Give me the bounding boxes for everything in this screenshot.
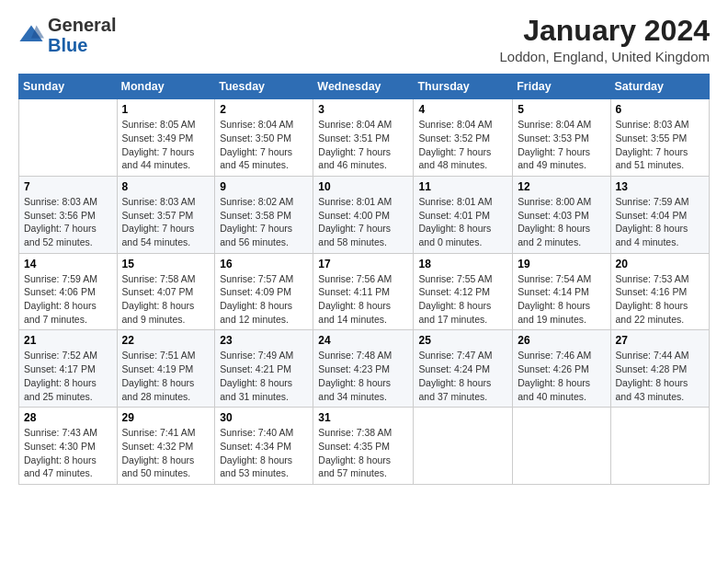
table-row: 16 Sunrise: 7:57 AMSunset: 4:09 PMDaylig… xyxy=(215,253,313,330)
day-number: 17 xyxy=(318,258,408,270)
day-number: 29 xyxy=(122,411,210,424)
day-number: 4 xyxy=(418,103,507,116)
day-info: Sunrise: 8:04 AMSunset: 3:53 PMDaylight:… xyxy=(518,118,605,172)
day-number: 9 xyxy=(220,180,308,193)
day-info: Sunrise: 8:03 AMSunset: 3:56 PMDaylight:… xyxy=(24,195,112,249)
table-row: 24 Sunrise: 7:48 AMSunset: 4:23 PMDaylig… xyxy=(313,330,414,408)
day-info: Sunrise: 7:44 AMSunset: 4:28 PMDaylight:… xyxy=(616,349,705,403)
day-number: 16 xyxy=(220,258,308,270)
subtitle: Loddon, England, United Kingdom xyxy=(499,49,710,64)
logo-icon xyxy=(18,22,44,48)
day-info: Sunrise: 7:46 AMSunset: 4:26 PMDaylight:… xyxy=(518,349,605,403)
table-row: 3 Sunrise: 8:04 AMSunset: 3:51 PMDayligh… xyxy=(313,99,414,177)
day-info: Sunrise: 8:04 AMSunset: 3:50 PMDaylight:… xyxy=(220,118,308,172)
day-info: Sunrise: 7:47 AMSunset: 4:24 PMDaylight:… xyxy=(418,349,507,403)
main-title: January 2024 xyxy=(499,15,710,47)
table-row: 18 Sunrise: 7:55 AMSunset: 4:12 PMDaylig… xyxy=(414,253,513,330)
day-number: 11 xyxy=(418,180,507,193)
day-info: Sunrise: 7:48 AMSunset: 4:23 PMDaylight:… xyxy=(318,349,408,403)
day-number: 10 xyxy=(318,180,408,193)
table-row: 6 Sunrise: 8:03 AMSunset: 3:55 PMDayligh… xyxy=(610,99,710,177)
day-number: 22 xyxy=(122,334,210,347)
day-number: 5 xyxy=(518,103,605,116)
logo-text: General Blue xyxy=(48,15,116,55)
table-row: 11 Sunrise: 8:01 AMSunset: 4:01 PMDaylig… xyxy=(414,176,513,253)
table-row: 25 Sunrise: 7:47 AMSunset: 4:24 PMDaylig… xyxy=(414,330,513,408)
day-number: 6 xyxy=(616,103,705,116)
logo: General Blue xyxy=(18,15,116,55)
table-row xyxy=(513,408,610,485)
day-info: Sunrise: 7:52 AMSunset: 4:17 PMDaylight:… xyxy=(24,349,112,403)
logo-blue-text: Blue xyxy=(48,35,87,55)
day-info: Sunrise: 7:59 AMSunset: 4:04 PMDaylight:… xyxy=(616,195,705,249)
day-number: 23 xyxy=(220,334,308,347)
table-row: 7 Sunrise: 8:03 AMSunset: 3:56 PMDayligh… xyxy=(19,176,118,253)
title-block: January 2024 Loddon, England, United Kin… xyxy=(499,15,710,64)
table-row: 13 Sunrise: 7:59 AMSunset: 4:04 PMDaylig… xyxy=(610,176,710,253)
table-row: 17 Sunrise: 7:56 AMSunset: 4:11 PMDaylig… xyxy=(313,253,414,330)
table-row: 22 Sunrise: 7:51 AMSunset: 4:19 PMDaylig… xyxy=(117,330,215,408)
table-row: 30 Sunrise: 7:40 AMSunset: 4:34 PMDaylig… xyxy=(215,408,313,485)
day-info: Sunrise: 7:58 AMSunset: 4:07 PMDaylight:… xyxy=(122,272,210,327)
calendar-week-row: 14 Sunrise: 7:59 AMSunset: 4:06 PMDaylig… xyxy=(19,253,710,330)
table-row: 26 Sunrise: 7:46 AMSunset: 4:26 PMDaylig… xyxy=(513,330,610,408)
table-row: 1 Sunrise: 8:05 AMSunset: 3:49 PMDayligh… xyxy=(117,99,215,177)
day-number: 25 xyxy=(418,334,507,347)
table-row xyxy=(19,99,118,177)
table-row: 2 Sunrise: 8:04 AMSunset: 3:50 PMDayligh… xyxy=(215,99,313,177)
day-number: 13 xyxy=(616,180,705,193)
day-info: Sunrise: 7:55 AMSunset: 4:12 PMDaylight:… xyxy=(418,272,507,327)
day-info: Sunrise: 7:41 AMSunset: 4:32 PMDaylight:… xyxy=(122,426,210,480)
table-row: 4 Sunrise: 8:04 AMSunset: 3:52 PMDayligh… xyxy=(414,99,513,177)
calendar-week-row: 7 Sunrise: 8:03 AMSunset: 3:56 PMDayligh… xyxy=(19,176,710,253)
table-row: 29 Sunrise: 7:41 AMSunset: 4:32 PMDaylig… xyxy=(117,408,215,485)
col-sunday: Sunday xyxy=(19,75,118,99)
day-info: Sunrise: 7:59 AMSunset: 4:06 PMDaylight:… xyxy=(24,272,112,327)
calendar-week-row: 21 Sunrise: 7:52 AMSunset: 4:17 PMDaylig… xyxy=(19,330,710,408)
day-info: Sunrise: 7:43 AMSunset: 4:30 PMDaylight:… xyxy=(24,426,112,480)
day-info: Sunrise: 7:53 AMSunset: 4:16 PMDaylight:… xyxy=(616,272,705,327)
table-row: 23 Sunrise: 7:49 AMSunset: 4:21 PMDaylig… xyxy=(215,330,313,408)
day-info: Sunrise: 8:01 AMSunset: 4:00 PMDaylight:… xyxy=(318,195,408,249)
day-number: 27 xyxy=(616,334,705,347)
table-row xyxy=(610,408,710,485)
day-info: Sunrise: 8:03 AMSunset: 3:57 PMDaylight:… xyxy=(122,195,210,249)
day-number: 14 xyxy=(24,258,112,270)
calendar-table: Sunday Monday Tuesday Wednesday Thursday… xyxy=(18,74,710,485)
table-row: 14 Sunrise: 7:59 AMSunset: 4:06 PMDaylig… xyxy=(19,253,118,330)
day-number: 15 xyxy=(122,258,210,270)
calendar-week-row: 28 Sunrise: 7:43 AMSunset: 4:30 PMDaylig… xyxy=(19,408,710,485)
table-row: 31 Sunrise: 7:38 AMSunset: 4:35 PMDaylig… xyxy=(313,408,414,485)
table-row: 19 Sunrise: 7:54 AMSunset: 4:14 PMDaylig… xyxy=(513,253,610,330)
day-number: 20 xyxy=(616,258,705,270)
day-number: 31 xyxy=(318,411,408,424)
day-info: Sunrise: 7:40 AMSunset: 4:34 PMDaylight:… xyxy=(220,426,308,480)
table-row: 27 Sunrise: 7:44 AMSunset: 4:28 PMDaylig… xyxy=(610,330,710,408)
table-row: 15 Sunrise: 7:58 AMSunset: 4:07 PMDaylig… xyxy=(117,253,215,330)
day-info: Sunrise: 7:57 AMSunset: 4:09 PMDaylight:… xyxy=(220,272,308,327)
day-info: Sunrise: 8:01 AMSunset: 4:01 PMDaylight:… xyxy=(418,195,507,249)
day-number: 24 xyxy=(318,334,408,347)
day-number: 26 xyxy=(518,334,605,347)
day-number: 12 xyxy=(518,180,605,193)
day-number: 2 xyxy=(220,103,308,116)
day-info: Sunrise: 8:04 AMSunset: 3:52 PMDaylight:… xyxy=(418,118,507,172)
day-info: Sunrise: 7:56 AMSunset: 4:11 PMDaylight:… xyxy=(318,272,408,327)
col-saturday: Saturday xyxy=(610,75,710,99)
col-monday: Monday xyxy=(117,75,215,99)
table-row: 9 Sunrise: 8:02 AMSunset: 3:58 PMDayligh… xyxy=(215,176,313,253)
day-number: 1 xyxy=(122,103,210,116)
day-number: 8 xyxy=(122,180,210,193)
col-friday: Friday xyxy=(513,75,610,99)
table-row: 20 Sunrise: 7:53 AMSunset: 4:16 PMDaylig… xyxy=(610,253,710,330)
logo-general-text: General xyxy=(48,15,116,35)
table-row: 10 Sunrise: 8:01 AMSunset: 4:00 PMDaylig… xyxy=(313,176,414,253)
day-info: Sunrise: 7:54 AMSunset: 4:14 PMDaylight:… xyxy=(518,272,605,327)
table-row: 21 Sunrise: 7:52 AMSunset: 4:17 PMDaylig… xyxy=(19,330,118,408)
day-number: 7 xyxy=(24,180,112,193)
day-info: Sunrise: 7:38 AMSunset: 4:35 PMDaylight:… xyxy=(318,426,408,480)
day-number: 21 xyxy=(24,334,112,347)
day-number: 30 xyxy=(220,411,308,424)
day-info: Sunrise: 8:05 AMSunset: 3:49 PMDaylight:… xyxy=(122,118,210,172)
table-row: 28 Sunrise: 7:43 AMSunset: 4:30 PMDaylig… xyxy=(19,408,118,485)
